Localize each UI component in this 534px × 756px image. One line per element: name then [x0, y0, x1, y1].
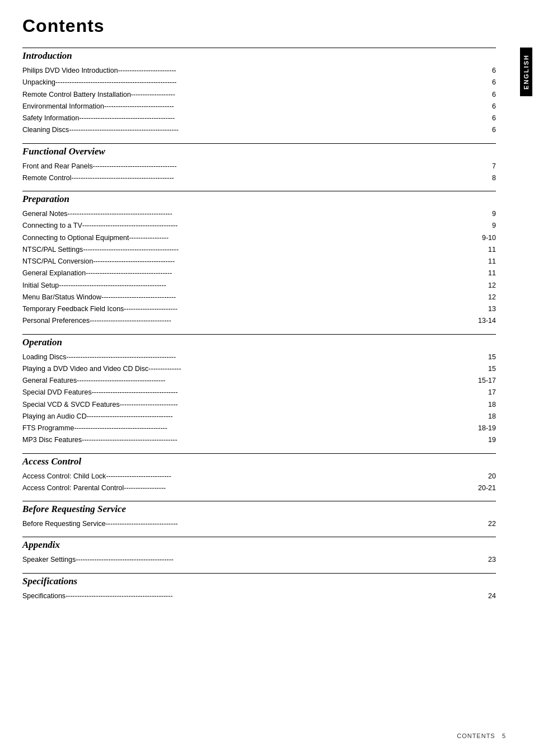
- english-tab-label: English: [520, 48, 532, 96]
- toc-item: Safety Information----------------------…: [22, 112, 496, 124]
- toc-item: Initial Setup---------------------------…: [22, 280, 496, 292]
- toc-item: Before Requesting Service---------------…: [22, 518, 496, 530]
- toc-dots: ----------------------------------------…: [55, 77, 485, 88]
- toc-page: 6: [485, 101, 496, 112]
- toc-item: Temporary Feedback Field Icons----------…: [22, 303, 496, 315]
- toc-item: Environmental Information---------------…: [22, 101, 496, 112]
- toc-item: Connecting to a TV----------------------…: [22, 220, 496, 232]
- toc-dots: -----------------------------------: [90, 315, 478, 327]
- toc-item: MP3 Disc Features-----------------------…: [22, 434, 496, 446]
- toc-label: General Features: [22, 375, 77, 387]
- toc-page: 13-14: [478, 315, 496, 327]
- toc-item: Cleaning Discs--------------------------…: [22, 124, 496, 136]
- toc-label: Front and Rear Panels: [22, 161, 93, 172]
- footer-page: 5: [502, 732, 506, 739]
- toc-item: Remote Control Battery Installation-----…: [22, 89, 496, 101]
- toc-label: NTSC/PAL Conversion: [22, 256, 93, 267]
- toc-page: 19: [485, 434, 496, 446]
- section-title-appendix: Appendix: [22, 539, 496, 551]
- toc-dots: --------------------------------: [101, 292, 485, 303]
- toc-page: 11: [485, 244, 496, 256]
- toc-dots: -----------------------------------: [93, 256, 485, 267]
- toc-item: Philips DVD Video Introduction----------…: [22, 65, 496, 77]
- section-operation: OperationLoading Discs------------------…: [22, 334, 496, 447]
- toc-item: NTSC/PAL Conversion---------------------…: [22, 256, 496, 267]
- section-title-introduction: Introduction: [22, 50, 496, 62]
- toc-page: 13: [485, 303, 496, 315]
- toc-label: Special DVD Features: [22, 387, 92, 398]
- toc-item: FTS Programme---------------------------…: [22, 422, 496, 434]
- right-tab: English: [518, 42, 534, 631]
- toc-label: Connecting to Optional Equipment: [22, 232, 129, 244]
- toc-dots: ----------------------------------------…: [59, 280, 485, 292]
- toc-label: FTS Programme: [22, 422, 74, 434]
- section-title-before-requesting-service: Before Requesting Service: [22, 504, 496, 515]
- toc-item: Speaker Settings------------------------…: [22, 554, 496, 566]
- section-specifications: SpecificationsSpecifications------------…: [22, 573, 496, 602]
- toc-label: MP3 Disc Features: [22, 434, 82, 446]
- toc-dots: -------------------: [131, 89, 485, 101]
- toc-page: 9-10: [482, 232, 496, 244]
- toc-label: Cleaning Discs: [22, 124, 69, 136]
- toc-page: 12: [485, 292, 496, 303]
- toc-item: Special VCD & SVCD Features-------------…: [22, 399, 496, 411]
- toc-page: 15: [485, 363, 496, 375]
- toc-dots: ----------------------------: [106, 471, 485, 482]
- toc-item: Playing an Audio CD---------------------…: [22, 411, 496, 422]
- toc-dots: ----------------------------------------…: [65, 590, 485, 602]
- toc-page: 8: [485, 172, 496, 184]
- toc-label: Initial Setup: [22, 280, 59, 292]
- toc-page: 22: [485, 518, 496, 530]
- toc-page: 20-21: [478, 482, 496, 494]
- page-title: Contents: [0, 0, 534, 42]
- toc-dots: -----------------------: [124, 303, 485, 315]
- section-appendix: AppendixSpeaker Settings----------------…: [22, 537, 496, 566]
- toc-label: Philips DVD Video Introduction: [22, 65, 118, 77]
- toc-dots: -------------------------------------: [92, 387, 485, 398]
- footer: Contents 5: [457, 732, 506, 739]
- toc-item: Menu Bar/Status Window------------------…: [22, 292, 496, 303]
- toc-page: 12: [485, 280, 496, 292]
- toc-label: Personal Preferences: [22, 315, 90, 327]
- toc-item: Loading Discs---------------------------…: [22, 351, 496, 363]
- toc-page: 18-19: [478, 422, 496, 434]
- toc-label: Temporary Feedback Field Icons: [22, 303, 124, 315]
- toc-page: 11: [485, 256, 496, 267]
- toc-page: 18: [485, 399, 496, 411]
- toc-label: General Explanation: [22, 267, 86, 279]
- toc-page: 6: [485, 112, 496, 124]
- toc-label: Remote Control: [22, 172, 72, 184]
- section-access-control: Access ControlAccess Control: Child Lock…: [22, 453, 496, 495]
- toc-label: Playing an Audio CD: [22, 411, 87, 422]
- section-introduction: IntroductionPhilips DVD Video Introducti…: [22, 48, 496, 137]
- toc-dots: ----------------------------------------…: [79, 112, 485, 124]
- toc-item: Front and Rear Panels-------------------…: [22, 161, 496, 172]
- toc-dots: ------------------------------: [104, 101, 485, 112]
- toc-label: Access Control: Parental Control: [22, 482, 124, 494]
- toc-dots: -------------------------------------: [87, 411, 485, 422]
- toc-item: General Features------------------------…: [22, 375, 496, 387]
- toc-label: Playing a DVD Video and Video CD Disc: [22, 363, 148, 375]
- toc-page: 17: [485, 387, 496, 398]
- toc-label: Remote Control Battery Installation: [22, 89, 131, 101]
- toc-page: 15-17: [478, 375, 496, 387]
- toc-dots: ----------------------------------------: [74, 422, 478, 434]
- toc-item: Connecting to Optional Equipment--------…: [22, 232, 496, 244]
- toc-label: Loading Discs: [22, 351, 67, 363]
- toc-column: IntroductionPhilips DVD Video Introducti…: [0, 42, 518, 631]
- toc-dots: ------------------: [124, 482, 478, 494]
- section-preparation: PreparationGeneral Notes----------------…: [22, 191, 496, 327]
- toc-page: 9: [485, 220, 496, 232]
- toc-dots: ----------------------------------------…: [83, 244, 485, 256]
- toc-item: Playing a DVD Video and Video CD Disc---…: [22, 363, 496, 375]
- toc-item: General Notes---------------------------…: [22, 208, 496, 220]
- toc-page: 7: [485, 161, 496, 172]
- toc-page: 6: [485, 77, 496, 88]
- toc-dots: --------------: [148, 363, 485, 375]
- toc-page: 18: [485, 411, 496, 422]
- toc-label: Before Requesting Service: [22, 518, 106, 530]
- toc-item: Special DVD Features--------------------…: [22, 387, 496, 398]
- toc-item: Personal Preferences--------------------…: [22, 315, 496, 327]
- toc-item: Remote Control--------------------------…: [22, 172, 496, 184]
- toc-dots: -------------------------------: [106, 518, 485, 530]
